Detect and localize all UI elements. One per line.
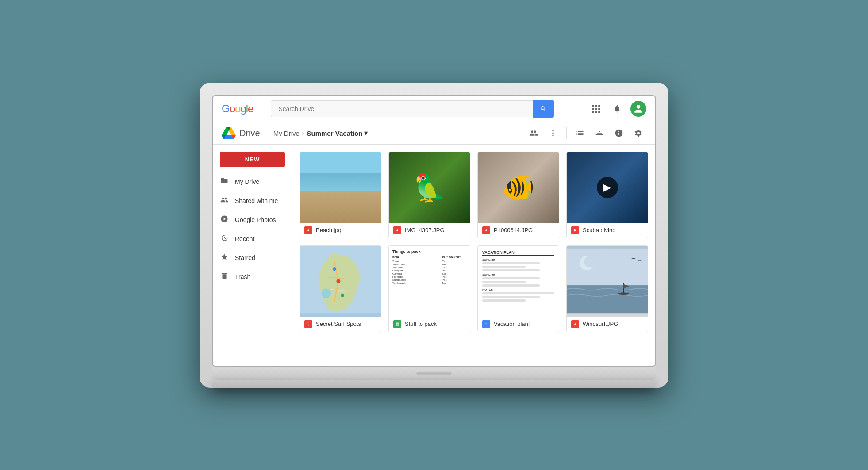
laptop-bottom [212,380,656,388]
svg-point-3 [333,267,336,270]
notifications-button[interactable] [609,101,625,117]
breadcrumb-current[interactable]: Summer Vacation ▾ [307,129,368,137]
maps-type-icon [304,320,312,328]
file-info: Secret Surf Spots [300,317,381,332]
file-info: IMG_4307.JPG [389,223,470,238]
starred-icon [220,253,229,263]
file-card[interactable]: Things to pack Item Is it packed? TowelY… [388,245,470,332]
file-name: Windsurf.JPG [583,321,618,327]
svg-point-1 [321,288,331,298]
file-thumbnail [389,152,470,223]
file-card[interactable]: IMG_4307.JPG [388,152,470,238]
svg-rect-7 [567,285,648,313]
info-icon [615,129,623,138]
sidebar-item-shared[interactable]: Shared with me [213,191,288,210]
file-info: Beach.jpg [300,223,381,238]
sort-icon [595,129,604,138]
sidebar-label-shared: Shared with me [235,197,278,204]
share-button[interactable] [526,125,542,141]
search-input[interactable] [271,100,533,117]
file-info: Vacation plan! [478,317,559,332]
breadcrumb: My Drive › Summer Vacation ▾ [273,129,526,137]
search-bar [271,100,554,118]
shared-icon [220,196,229,206]
search-button[interactable] [533,100,554,118]
svg-point-9 [617,292,629,294]
doc-thumbnail: VACATION PLAN JUNE 29 JUNE 30 NOTES [478,246,559,317]
doc-line [482,269,540,271]
content-area: Beach.jpg IMG_4307.JPG [292,145,655,366]
doc-line [482,281,526,283]
svg-rect-6 [567,248,648,285]
sidebar-item-my-drive[interactable]: My Drive [213,172,288,191]
file-info: Scuba diving [567,223,648,238]
more-options-button[interactable] [545,125,561,141]
beach-thumbnail [300,152,381,223]
svg-point-2 [336,279,340,283]
file-info: Stuff to pack [389,317,470,332]
svg-point-4 [341,294,344,297]
bell-icon [613,104,622,113]
image-type-icon [571,320,579,328]
file-thumbnail [478,152,559,223]
sort-button[interactable] [591,125,607,141]
image-type-icon [393,226,401,234]
sidebar-label-trash: Trash [235,273,250,280]
sidebar-item-trash[interactable]: Trash [213,267,288,287]
file-name: Scuba diving [583,227,615,233]
more-vert-icon [549,129,557,138]
file-card[interactable]: P1000614.JPG [477,152,559,238]
file-card[interactable]: Secret Surf Spots [300,245,381,332]
doc-line [482,292,554,294]
file-thumbnail: Things to pack Item Is it packed? TowelY… [389,246,470,317]
file-name: P1000614.JPG [494,227,533,233]
grid-icon [592,105,600,113]
drive-icon [222,127,236,139]
doc-line [482,266,526,268]
sidebar-item-recent[interactable]: Recent [213,229,288,248]
file-card[interactable]: VACATION PLAN JUNE 29 JUNE 30 NOTES [477,245,559,332]
sidebar-item-starred[interactable]: Starred [213,248,288,267]
file-card[interactable]: Windsurf.JPG [566,245,648,332]
settings-button[interactable] [630,125,646,141]
main-layout: NEW My Drive Shared with [213,145,655,366]
recent-icon [220,234,229,244]
apps-button[interactable] [588,101,604,117]
doc-line [482,296,540,298]
gear-icon [634,129,643,138]
sidebar-item-google-photos[interactable]: Google Photos [213,210,288,229]
file-card[interactable]: Beach.jpg [300,152,381,238]
list-icon [576,129,584,138]
file-info: P1000614.JPG [478,223,559,238]
svg-point-11 [584,256,595,267]
parrot-thumbnail [389,152,470,223]
fish-thumbnail [478,152,559,223]
doc-line [482,262,540,264]
sheet-thumbnail: Things to pack Item Is it packed? TowelY… [389,246,470,317]
list-view-button[interactable] [572,125,588,141]
doc-line [482,277,540,279]
toolbar-actions [526,125,646,141]
file-grid: Beach.jpg IMG_4307.JPG [300,152,648,332]
new-button[interactable]: NEW [220,152,285,167]
sidebar-label-starred: Starred [235,254,255,261]
laptop-notch [416,372,452,375]
photos-icon [220,215,229,225]
share-icon [529,129,538,138]
play-button-icon: ▶ [597,177,618,198]
file-info: Windsurf.JPG [567,317,648,332]
scuba-thumbnail: ▶ [567,152,648,223]
map-svg [300,246,381,317]
file-thumbnail: ▶ [567,152,648,223]
file-thumbnail [567,246,648,317]
file-card[interactable]: ▶ Scuba diving [566,152,648,238]
sidebar-label-recent: Recent [235,235,254,242]
info-button[interactable] [611,125,627,141]
header: Google [213,96,655,122]
user-icon [634,104,643,114]
avatar[interactable] [630,101,646,117]
file-name: Stuff to pack [405,321,437,327]
breadcrumb-root[interactable]: My Drive [273,130,300,137]
drive-title: Drive [239,128,260,138]
file-name: Secret Surf Spots [316,321,361,327]
